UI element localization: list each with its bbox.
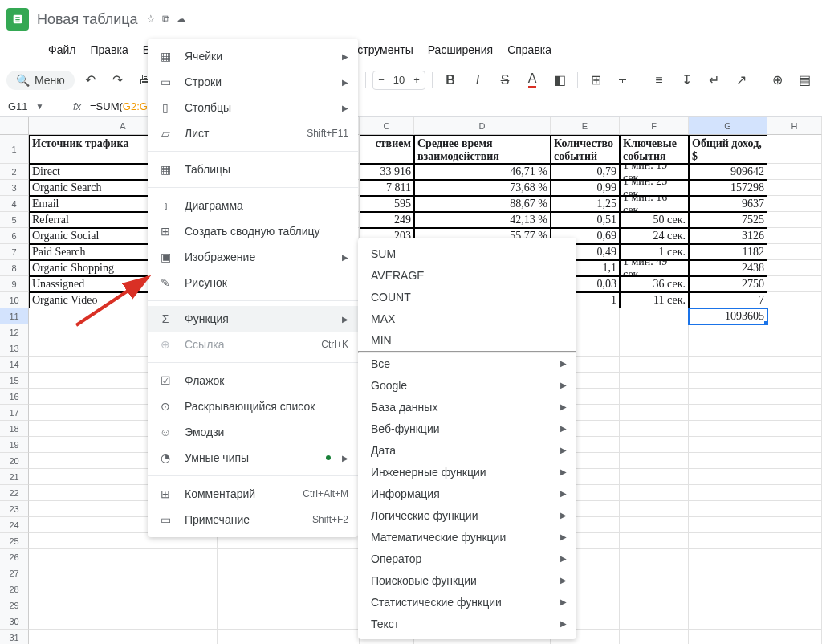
row-25[interactable]: 25: [0, 533, 29, 549]
cell[interactable]: [767, 453, 822, 469]
cell[interactable]: 1 мин. 49 сек.: [620, 260, 689, 276]
submenu-item[interactable]: Веб-функции▶: [358, 418, 576, 439]
row-12[interactable]: 12: [0, 324, 29, 340]
row-10[interactable]: 10: [0, 292, 29, 308]
cell[interactable]: 46,71 %: [414, 164, 551, 180]
submenu-item[interactable]: AVERAGE: [358, 264, 576, 286]
row-5[interactable]: 5: [0, 212, 29, 228]
cell[interactable]: 1182: [689, 244, 767, 260]
font-size-minus[interactable]: −: [373, 74, 389, 86]
cell[interactable]: [689, 340, 767, 357]
cell[interactable]: ствием: [360, 135, 414, 164]
cell[interactable]: [767, 501, 822, 517]
row-11[interactable]: 11: [0, 308, 29, 324]
menu-item[interactable]: ☑Флажок: [148, 368, 358, 393]
fill-color-button[interactable]: ◧: [548, 69, 571, 92]
cell[interactable]: 9637: [689, 196, 767, 212]
menu-help[interactable]: Справка: [501, 40, 558, 59]
cell[interactable]: [689, 469, 767, 485]
submenu-item[interactable]: Статистические функции▶: [358, 591, 576, 613]
menu-item[interactable]: ⊙Раскрывающийся список: [148, 393, 358, 419]
comment-button[interactable]: ▤: [793, 69, 816, 92]
submenu-item[interactable]: MAX: [358, 308, 576, 329]
cell[interactable]: 0,51: [551, 212, 620, 228]
cell[interactable]: 50 сек.: [620, 212, 689, 228]
name-box[interactable]: G11 ▼: [0, 100, 67, 112]
cell[interactable]: 1,25: [551, 196, 620, 212]
cell[interactable]: 42,13 %: [414, 212, 551, 228]
star-icon[interactable]: ☆: [146, 13, 156, 26]
cell[interactable]: [767, 597, 822, 613]
col-F[interactable]: F: [620, 117, 689, 135]
cell[interactable]: [29, 565, 218, 581]
cell[interactable]: [29, 630, 218, 644]
cell[interactable]: 157298: [689, 180, 767, 196]
submenu-item[interactable]: SUM: [358, 243, 576, 264]
row-31[interactable]: 31: [0, 630, 29, 644]
cell[interactable]: [29, 549, 218, 565]
row-9[interactable]: 9: [0, 276, 29, 292]
row-17[interactable]: 17: [0, 405, 29, 421]
cell[interactable]: [767, 308, 822, 324]
cell[interactable]: 1 мин. 16 сек.: [620, 196, 689, 212]
submenu-item[interactable]: Информация▶: [358, 483, 576, 504]
col-G[interactable]: G: [689, 117, 767, 135]
cell[interactable]: [689, 517, 767, 533]
submenu-item[interactable]: Все▶: [358, 353, 576, 374]
row-20[interactable]: 20: [0, 453, 29, 469]
cell[interactable]: [689, 357, 767, 373]
menu-file[interactable]: Файл: [42, 40, 82, 59]
cell[interactable]: [620, 437, 689, 453]
cell[interactable]: [620, 485, 689, 501]
cell[interactable]: [620, 357, 689, 373]
font-size-value[interactable]: 10: [389, 74, 409, 86]
cell[interactable]: [620, 405, 689, 421]
row-23[interactable]: 23: [0, 501, 29, 517]
cell[interactable]: [689, 405, 767, 421]
cell[interactable]: [767, 581, 822, 597]
cell[interactable]: [620, 373, 689, 389]
cell[interactable]: [689, 613, 767, 630]
link-button[interactable]: ⊕: [766, 69, 788, 92]
menu-edit[interactable]: Правка: [83, 40, 134, 59]
cell[interactable]: 7525: [689, 212, 767, 228]
cell[interactable]: [689, 501, 767, 517]
cell[interactable]: [767, 421, 822, 437]
halign-button[interactable]: ≡: [648, 69, 670, 92]
cell[interactable]: [689, 485, 767, 501]
cloud-icon[interactable]: ☁: [176, 13, 186, 26]
cell[interactable]: 7 811: [360, 180, 414, 196]
menu-item[interactable]: ΣФункция▶: [148, 306, 358, 332]
row-28[interactable]: 28: [0, 581, 29, 597]
cell[interactable]: 36 сек.: [620, 276, 689, 292]
cell[interactable]: [767, 357, 822, 373]
menu-item[interactable]: ✎Рисунок: [148, 270, 358, 296]
bold-button[interactable]: B: [439, 69, 462, 92]
row-18[interactable]: 18: [0, 421, 29, 437]
row-2[interactable]: 2: [0, 164, 29, 180]
col-H[interactable]: H: [767, 117, 822, 135]
formula-input[interactable]: =SUM(G2:G1: [87, 100, 153, 112]
italic-button[interactable]: I: [466, 69, 489, 92]
cell[interactable]: 7: [689, 292, 767, 308]
cell[interactable]: 1 мин. 25 сек.: [620, 180, 689, 196]
row-8[interactable]: 8: [0, 260, 29, 276]
cell[interactable]: 33 916: [360, 164, 414, 180]
row-1[interactable]: 1: [0, 135, 29, 164]
menu-item[interactable]: ☺Эмодзи: [148, 419, 358, 445]
cell[interactable]: 73,68 %: [414, 180, 551, 196]
cell[interactable]: [689, 389, 767, 405]
submenu-item[interactable]: Google▶: [358, 374, 576, 396]
cell[interactable]: [767, 389, 822, 405]
cell[interactable]: [620, 613, 689, 630]
cell[interactable]: [767, 292, 822, 308]
cell[interactable]: [620, 324, 689, 340]
cell[interactable]: Среднее время взаимодействия: [414, 135, 551, 164]
cell[interactable]: 595: [360, 196, 414, 212]
cell[interactable]: [29, 581, 218, 597]
move-icon[interactable]: ⧉: [162, 13, 169, 26]
valign-button[interactable]: ↧: [675, 69, 698, 92]
cell[interactable]: 909642: [689, 164, 767, 180]
cell[interactable]: [767, 565, 822, 581]
submenu-item[interactable]: База данных▶: [358, 396, 576, 418]
